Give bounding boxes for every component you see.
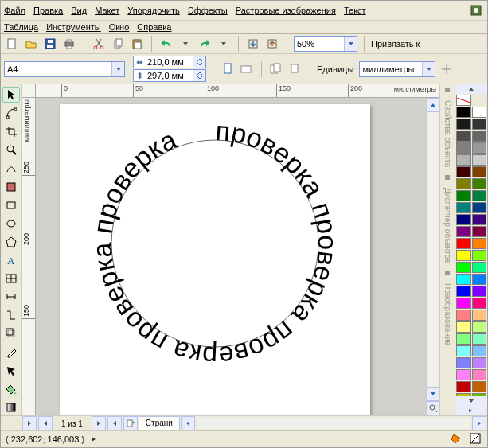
palette-scroll-up-icon[interactable]	[455, 84, 487, 94]
add-page-icon[interactable]	[123, 416, 138, 430]
outline-tool[interactable]	[2, 363, 20, 379]
menu-arrange[interactable]: Упорядочить	[127, 6, 179, 15]
zoom-combo[interactable]	[294, 36, 357, 52]
polygon-tool[interactable]	[2, 234, 20, 250]
scroll-up-icon[interactable]	[427, 98, 439, 112]
zoom-page-icon[interactable]	[427, 401, 439, 415]
color-swatch[interactable]	[456, 238, 471, 249]
fill-tool[interactable]	[2, 381, 20, 397]
paper-size-input[interactable]	[5, 63, 111, 76]
scroll-track[interactable]	[427, 112, 439, 387]
color-swatch[interactable]	[472, 142, 487, 154]
color-swatch[interactable]	[456, 286, 471, 297]
new-icon[interactable]	[4, 36, 20, 52]
page-width-input[interactable]	[145, 57, 193, 67]
paper-size-combo[interactable]	[4, 61, 125, 77]
smart-fill-tool[interactable]	[2, 179, 20, 195]
color-swatch[interactable]	[472, 321, 487, 333]
shape-tool[interactable]	[2, 105, 20, 121]
undo-icon[interactable]	[158, 36, 174, 52]
ruler-vertical[interactable]: миллиметры 250 200 150	[22, 98, 36, 415]
color-swatch[interactable]	[456, 274, 471, 285]
current-page-icon[interactable]	[287, 61, 303, 77]
height-spinner-icon[interactable]	[193, 70, 205, 81]
units-input[interactable]	[360, 63, 422, 76]
docker-tab-transform[interactable]: Преобразование	[443, 280, 452, 349]
nudge-icon[interactable]	[439, 61, 455, 77]
all-pages-icon[interactable]	[268, 61, 284, 77]
effects-tool[interactable]	[2, 325, 20, 341]
color-swatch[interactable]	[472, 119, 487, 130]
docker-handle-icon[interactable]	[445, 175, 450, 180]
copy-icon[interactable]	[110, 36, 126, 52]
color-swatch[interactable]	[456, 226, 471, 237]
menu-view[interactable]: Вид	[71, 6, 87, 15]
page-width-field[interactable]: ⬌	[133, 56, 206, 68]
pick-tool[interactable]	[2, 87, 20, 103]
table-tool[interactable]	[2, 271, 20, 286]
color-swatch[interactable]	[472, 131, 487, 142]
color-swatch[interactable]	[472, 274, 487, 285]
color-swatch[interactable]	[456, 178, 471, 189]
drawing-canvas[interactable]: проверка проверка проверка проверка пров…	[36, 98, 426, 415]
redo-drop-icon[interactable]	[216, 36, 232, 52]
menu-layout[interactable]: Макет	[95, 6, 119, 15]
color-swatch[interactable]	[456, 154, 471, 166]
interactive-fill-tool[interactable]	[2, 399, 20, 415]
color-swatch[interactable]	[456, 119, 471, 130]
save-icon[interactable]	[42, 36, 58, 52]
cut-icon[interactable]	[91, 36, 107, 52]
color-swatch[interactable]	[456, 142, 471, 154]
color-swatch[interactable]	[456, 131, 471, 142]
docker-handle-icon[interactable]	[445, 271, 450, 275]
scrollbar-horizontal[interactable]	[197, 418, 470, 429]
color-swatch[interactable]	[472, 298, 487, 309]
color-swatch[interactable]	[472, 202, 487, 213]
docker-tab-object-properties[interactable]: Свойства объекта	[443, 97, 452, 170]
color-swatch[interactable]	[472, 357, 487, 368]
connector-tool[interactable]	[2, 307, 20, 323]
menu-help[interactable]: Справка	[137, 22, 171, 32]
fill-swatch-icon[interactable]	[451, 433, 465, 446]
snap-to-label[interactable]: Привязать к	[371, 39, 420, 49]
first-page-icon[interactable]	[22, 416, 37, 430]
color-swatch[interactable]	[456, 298, 471, 309]
color-swatch[interactable]	[456, 202, 471, 213]
export-icon[interactable]	[264, 36, 280, 52]
color-swatch[interactable]	[456, 345, 471, 356]
scroll-right-icon[interactable]	[472, 416, 486, 430]
color-swatch[interactable]	[456, 250, 471, 261]
zoom-drop-icon[interactable]	[344, 37, 357, 51]
eyedropper-tool[interactable]	[2, 345, 20, 360]
menu-file[interactable]: Файл	[4, 6, 25, 15]
color-swatch[interactable]	[456, 381, 471, 392]
orientation-landscape-icon[interactable]	[239, 61, 255, 77]
menu-bitmaps[interactable]: Растровые изображения	[236, 6, 336, 15]
no-color-swatch[interactable]	[456, 95, 471, 106]
crop-tool[interactable]	[2, 123, 20, 139]
page[interactable]: проверка проверка проверка проверка пров…	[60, 104, 370, 415]
status-play-icon[interactable]	[91, 434, 97, 444]
ellipse-tool[interactable]	[2, 216, 20, 232]
color-swatch[interactable]	[472, 226, 487, 237]
color-swatch[interactable]	[472, 250, 487, 261]
color-swatch[interactable]	[456, 214, 471, 225]
color-swatch[interactable]	[456, 262, 471, 273]
menu-effects[interactable]: Эффекты	[188, 6, 228, 15]
import-icon[interactable]	[245, 36, 261, 52]
text-tool[interactable]: A	[2, 252, 20, 268]
color-swatch[interactable]	[472, 166, 487, 177]
color-swatch[interactable]	[456, 166, 471, 177]
scroll-down-icon[interactable]	[427, 387, 439, 401]
scrollbar-vertical[interactable]	[426, 98, 439, 415]
color-swatch[interactable]	[472, 190, 487, 201]
rectangle-tool[interactable]	[2, 197, 20, 213]
no-fill-icon[interactable]	[470, 433, 482, 446]
orientation-portrait-icon[interactable]	[220, 61, 236, 77]
ruler-horizontal[interactable]: 0 50 100 150 200 миллиметры	[22, 84, 439, 98]
undo-drop-icon[interactable]	[178, 36, 193, 52]
color-swatch[interactable]	[472, 310, 487, 321]
open-icon[interactable]	[23, 36, 39, 52]
palette-scroll-down-icon[interactable]	[455, 396, 487, 406]
print-icon[interactable]	[61, 36, 77, 52]
